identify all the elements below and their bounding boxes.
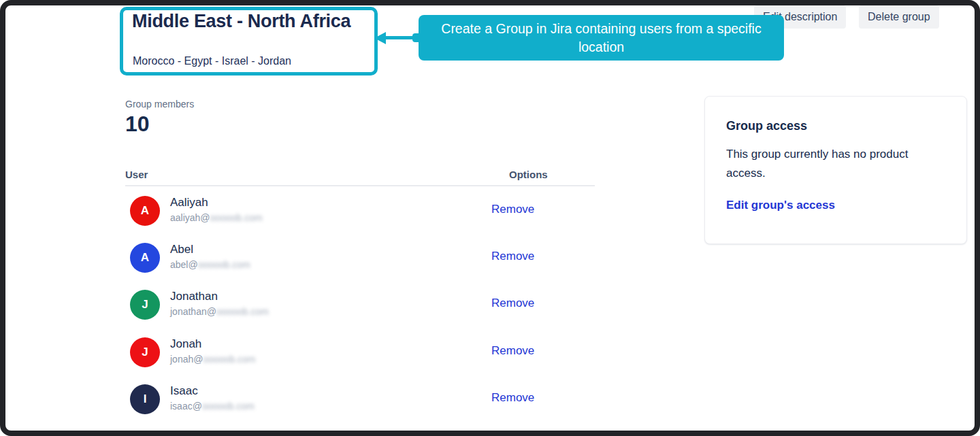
avatar-initial: J: [142, 346, 148, 359]
avatar: I: [130, 384, 160, 414]
group-members-label: Group members: [125, 99, 194, 110]
remove-member-link[interactable]: Remove: [491, 203, 534, 216]
group-title: Middle East - North Africa: [132, 11, 350, 32]
member-row: I Isaac isaac@ooooob.com Remove: [125, 384, 602, 417]
delete-group-button[interactable]: Delete group: [859, 5, 939, 29]
group-members-count: 10: [125, 112, 150, 137]
member-email: abel@ooooob.com: [170, 259, 250, 270]
remove-member-link[interactable]: Remove: [491, 344, 534, 358]
remove-member-link[interactable]: Remove: [491, 250, 534, 263]
member-name: Isaac: [170, 384, 198, 398]
column-header-user: User: [125, 169, 148, 180]
member-email-masked: ooooob.com: [210, 212, 263, 223]
member-row: J Jonah jonah@ooooob.com Remove: [125, 337, 602, 370]
member-row: J Jonathan jonathan@ooooob.com Remove: [125, 290, 602, 322]
member-email-prefix: isaac@: [170, 401, 202, 412]
avatar: J: [130, 290, 160, 320]
member-email-prefix: abel@: [170, 259, 198, 270]
member-email: isaac@ooooob.com: [170, 401, 255, 412]
member-email-masked: ooooob.com: [203, 354, 255, 365]
member-email: aaliyah@ooooob.com: [170, 212, 263, 223]
member-email: jonah@ooooob.com: [170, 354, 256, 365]
remove-member-link[interactable]: Remove: [491, 391, 534, 405]
member-row: A Abel abel@ooooob.com Remove: [125, 243, 602, 275]
group-access-body: This group currently has no product acce…: [726, 145, 944, 182]
member-email-prefix: jonah@: [170, 354, 203, 365]
member-email: jonathan@ooooob.com: [170, 306, 269, 317]
group-description: Morocco - Egypt - Israel - Jordan: [133, 55, 291, 67]
member-email-masked: ooooob.com: [198, 259, 250, 270]
member-email-prefix: jonathan@: [170, 306, 216, 317]
group-access-title: Group access: [726, 119, 945, 133]
member-email-prefix: aaliyah@: [170, 212, 210, 223]
edit-group-access-link[interactable]: Edit group's access: [726, 199, 835, 212]
member-name: Abel: [170, 243, 193, 256]
avatar-initial: A: [141, 251, 149, 265]
member-name: Jonah: [170, 337, 201, 351]
member-name: Jonathan: [170, 290, 218, 303]
avatar: J: [130, 337, 160, 367]
table-header-divider: [125, 185, 595, 186]
avatar: A: [130, 243, 160, 273]
avatar-initial: I: [144, 392, 147, 406]
avatar-initial: J: [142, 298, 148, 312]
annotation-highlight-box: Middle East - North Africa Morocco - Egy…: [120, 7, 378, 76]
annotation-callout-text: Create a Group in Jira containing users …: [436, 20, 766, 56]
member-email-masked: ooooob.com: [216, 306, 269, 317]
member-row: A Aaliyah aaliyah@ooooob.com Remove: [125, 196, 602, 229]
group-access-card: Group access This group currently has no…: [704, 96, 967, 244]
remove-member-link[interactable]: Remove: [491, 297, 534, 310]
annotation-callout: Create a Group in Jira containing users …: [419, 15, 784, 61]
avatar: A: [130, 196, 160, 226]
screenshot-frame: Edit description Delete group Middle Eas…: [0, 0, 980, 436]
member-email-masked: ooooob.com: [202, 401, 255, 412]
avatar-initial: A: [141, 204, 149, 218]
member-name: Aaliyah: [170, 196, 208, 209]
column-header-options: Options: [509, 169, 548, 180]
